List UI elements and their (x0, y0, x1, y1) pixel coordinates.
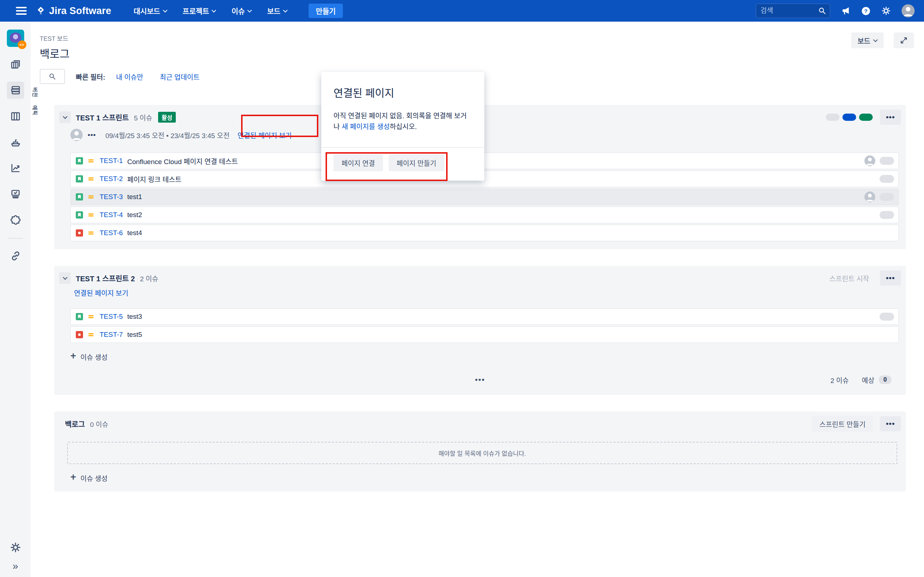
backlog-more-button[interactable]: ••• (880, 416, 901, 431)
issue-row-test-7[interactable]: TEST-7test5 (70, 326, 899, 343)
start-sprint-button-disabled: 스프린트 시작 (829, 273, 869, 283)
filter-only-my-issues[interactable]: 내 이슈만 (116, 72, 143, 82)
sidebar-collapse-icon[interactable]: » (13, 561, 18, 571)
issue-key-link[interactable]: TEST-1 (100, 157, 123, 165)
estimate-label: 예상 (862, 375, 874, 385)
backlog-empty-message: 해야할 일 목록에 이슈가 없습니다. (439, 449, 526, 458)
breadcrumb[interactable]: TEST 보드 (31, 22, 68, 43)
sprint-2-collapse-button[interactable] (59, 272, 71, 284)
story-type-icon (76, 211, 83, 219)
story-type-icon (76, 193, 83, 200)
board-dropdown-button[interactable]: 보드 (851, 32, 884, 48)
issue-row-right (880, 211, 894, 219)
assignee-avatar[interactable] (864, 192, 875, 202)
priority-medium-icon (87, 157, 95, 164)
jira-diamond-icon (36, 6, 45, 16)
hamburger-menu-icon[interactable] (16, 7, 27, 15)
search-icon (48, 73, 56, 81)
issue-row-test-5[interactable]: TEST-5test3 (70, 308, 899, 325)
panel-versions[interactable]: 버전 (32, 87, 39, 97)
top-navbar: Jira Software 대시보드 프로젝트 이슈 보드 만들기 ? (0, 0, 924, 22)
sprint-1-more-button[interactable]: ••• (880, 110, 901, 125)
status-pill-done (859, 114, 873, 121)
sidebar-item-boards[interactable] (7, 56, 24, 73)
sprint-2-create-issue-button[interactable]: + 이슈 생성 (70, 350, 108, 364)
issue-row-test-3[interactable]: TEST-3test1 (70, 189, 899, 205)
menu-boards[interactable]: 보드 (267, 6, 287, 16)
create-button[interactable]: 만들기 (309, 3, 343, 18)
sprint-2-more-button[interactable]: ••• (880, 271, 901, 285)
sprint-2-section: TEST 1 스프린트 2 2 이슈 스프린트 시작 ••• 연결된 페이지 보… (54, 266, 906, 395)
issue-summary: test3 (127, 313, 142, 321)
issue-row-test-1[interactable]: TEST-1Confluence Cloud 페이지 연결 테스트 (70, 153, 899, 169)
user-avatar[interactable] (901, 4, 914, 17)
project-avatar[interactable]: <> (7, 29, 24, 47)
gear-icon[interactable] (881, 6, 891, 16)
menu-projects[interactable]: 프로젝트 (183, 6, 216, 16)
help-icon[interactable]: ? (861, 6, 871, 16)
issue-summary: test4 (127, 229, 142, 237)
chevron-down-icon (63, 275, 68, 280)
chevron-down-icon (283, 8, 288, 13)
create-sprint-button[interactable]: 스프린트 만들기 (812, 416, 873, 432)
sidebar-item-issues[interactable] (7, 185, 24, 203)
sprint-1-issue-list: TEST-1Confluence Cloud 페이지 연결 테스트TEST-2페… (70, 153, 899, 241)
issue-key-link[interactable]: TEST-3 (100, 193, 123, 201)
issue-row-test-2[interactable]: TEST-2페이지 링크 테스트 (70, 171, 899, 187)
chevron-down-icon (163, 8, 168, 13)
issue-key-link[interactable]: TEST-6 (100, 229, 123, 237)
sidebar-item-backlog[interactable] (7, 82, 24, 99)
priority-medium-icon (87, 193, 95, 200)
issue-row-right (864, 155, 894, 166)
sidebar-settings-gear-icon[interactable] (7, 539, 24, 556)
sprint-2-footer-dots: ••• (475, 376, 485, 384)
estimate-pill (880, 313, 894, 321)
issue-summary: Confluence Cloud 페이지 연결 테스트 (127, 156, 238, 166)
sprint-assignee-avatar[interactable] (70, 129, 82, 141)
issue-row-right (880, 175, 894, 183)
backlog-empty-dropzone: 해야할 일 목록에 이슈가 없습니다. (67, 442, 897, 464)
issue-key-link[interactable]: TEST-4 (100, 211, 123, 219)
priority-medium-icon (87, 229, 95, 237)
sidebar-divider (8, 238, 23, 239)
jira-logo[interactable]: Jira Software (36, 5, 111, 16)
issue-key-link[interactable]: TEST-7 (100, 331, 123, 338)
issue-row-test-4[interactable]: TEST-4test2 (70, 206, 899, 223)
backlog-create-issue-button[interactable]: + 이슈 생성 (70, 471, 108, 485)
sidebar-item-active-sprint-board[interactable] (7, 108, 24, 125)
sprint-1-collapse-button[interactable] (59, 111, 71, 123)
chevron-down-icon (63, 114, 68, 119)
feedback-megaphone-icon[interactable] (841, 6, 850, 16)
estimate-pill (880, 157, 894, 165)
issue-key-link[interactable]: TEST-5 (100, 313, 123, 321)
sidebar-item-reports[interactable] (7, 160, 24, 177)
create-new-page-link[interactable]: 새 페이지를 생성 (342, 123, 390, 131)
priority-medium-icon (87, 331, 95, 338)
project-sidebar: <> » (0, 22, 31, 577)
sidebar-item-releases[interactable] (7, 134, 24, 151)
sidebar-item-shortcuts[interactable] (7, 247, 24, 265)
board-search-box[interactable] (40, 69, 65, 84)
status-pill-todo (826, 114, 840, 121)
sidebar-item-add-ons[interactable] (7, 211, 24, 229)
sprint-2-title: TEST 1 스프린트 2 (76, 273, 135, 284)
menu-dashboards[interactable]: 대시보드 (134, 6, 167, 16)
issue-summary: test2 (127, 211, 142, 219)
link-page-button[interactable]: 페이지 연결 (333, 154, 383, 171)
assignee-avatar[interactable] (864, 155, 875, 166)
expand-icon (900, 36, 908, 44)
create-page-button[interactable]: 페이지 만들기 (389, 154, 444, 171)
issue-key-link[interactable]: TEST-2 (100, 175, 123, 183)
sprint-active-badge: 활성 (158, 112, 176, 122)
panel-epics[interactable]: 에픽 (32, 105, 39, 115)
main-menu: 대시보드 프로젝트 이슈 보드 (134, 6, 287, 16)
sprint-2-view-linked-pages-link[interactable]: 연결된 페이지 보기 (74, 288, 128, 298)
sprint-2-footer-count: 2 이슈 (830, 375, 849, 385)
menu-issues[interactable]: 이슈 (231, 6, 251, 16)
linked-pages-popup: 연결된 페이지 아직 연결된 페이지 없음. 회의록을 연결해 보거나 새 페이… (321, 72, 485, 181)
collapsed-panels: 버전 에픽 (32, 87, 39, 115)
fullscreen-button[interactable] (894, 32, 914, 48)
sprint-1-view-linked-pages-link[interactable]: 연결된 페이지 보기 (237, 130, 292, 140)
filter-recently-updated[interactable]: 최근 업데이트 (160, 72, 200, 82)
issue-row-test-6[interactable]: TEST-6test4 (70, 225, 899, 241)
